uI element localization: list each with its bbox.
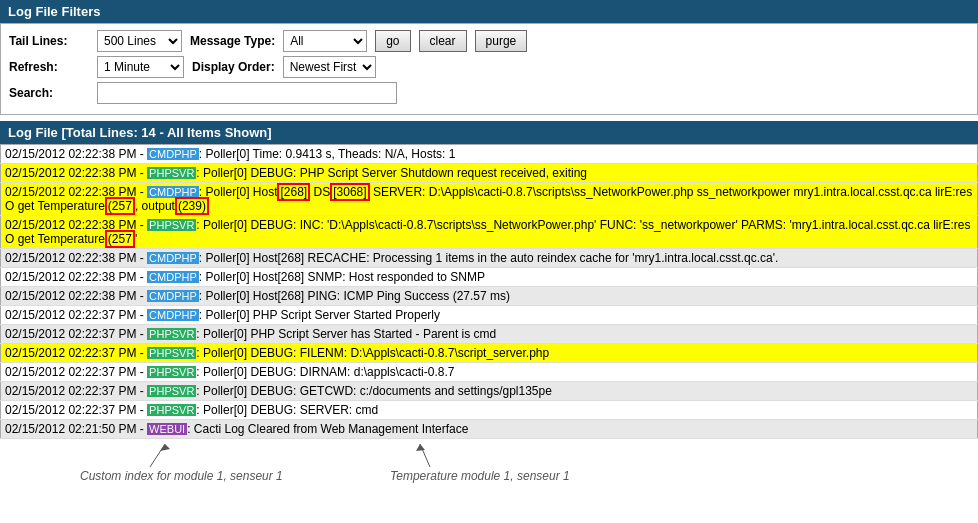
log-cell: 02/15/2012 02:22:37 PM - PHPSVR: Poller[… — [1, 401, 978, 420]
log-section: Log File [Total Lines: 14 - All Items Sh… — [0, 121, 978, 439]
log-row: 02/15/2012 02:22:38 PM - CMDPHP: Poller[… — [1, 287, 978, 306]
display-order-label: Display Order: — [192, 60, 275, 74]
panel-header: Log File Filters — [0, 0, 978, 23]
svg-marker-3 — [416, 444, 425, 451]
log-header-text: Log File [Total Lines: 14 - All Items Sh… — [8, 125, 272, 140]
message-type-label: Message Type: — [190, 34, 275, 48]
go-button[interactable]: go — [375, 30, 410, 52]
filter-row-2: Refresh: 1 Minute 2 Minutes 5 Minutes 10… — [9, 56, 969, 78]
log-header: Log File [Total Lines: 14 - All Items Sh… — [0, 121, 978, 144]
search-input[interactable] — [97, 82, 397, 104]
filters-section: Tail Lines: 500 Lines 100 Lines 250 Line… — [0, 23, 978, 115]
filter-row-3: Search: — [9, 82, 969, 104]
log-row: 02/15/2012 02:22:37 PM - PHPSVR: Poller[… — [1, 344, 978, 363]
log-cell: 02/15/2012 02:22:38 PM - PHPSVR: Poller[… — [1, 164, 978, 183]
log-cell: 02/15/2012 02:22:38 PM - CMDPHP: Poller[… — [1, 268, 978, 287]
log-row: 02/15/2012 02:22:38 PM - PHPSVR: Poller[… — [1, 216, 978, 249]
log-cell: 02/15/2012 02:22:38 PM - CMDPHP: Poller[… — [1, 183, 978, 216]
log-row: 02/15/2012 02:22:37 PM - PHPSVR: Poller[… — [1, 401, 978, 420]
clear-button[interactable]: clear — [419, 30, 467, 52]
log-cell: 02/15/2012 02:22:37 PM - PHPSVR: Poller[… — [1, 382, 978, 401]
svg-marker-1 — [160, 444, 170, 451]
display-order-select[interactable]: Newest First Oldest First — [283, 56, 376, 78]
log-cell: 02/15/2012 02:22:38 PM - CMDPHP: Poller[… — [1, 249, 978, 268]
panel-title: Log File Filters — [8, 4, 100, 19]
log-row: 02/15/2012 02:22:37 PM - PHPSVR: Poller[… — [1, 325, 978, 344]
log-row: 02/15/2012 02:22:37 PM - CMDPHP: Poller[… — [1, 306, 978, 325]
refresh-label: Refresh: — [9, 60, 89, 74]
annotation-arrows — [0, 439, 978, 509]
log-cell: 02/15/2012 02:22:37 PM - CMDPHP: Poller[… — [1, 306, 978, 325]
log-row: 02/15/2012 02:22:38 PM - CMDPHP: Poller[… — [1, 183, 978, 216]
main-container: Log File Filters Tail Lines: 500 Lines 1… — [0, 0, 978, 509]
tail-lines-label: Tail Lines: — [9, 34, 89, 48]
log-row: 02/15/2012 02:22:38 PM - CMDPHP: Poller[… — [1, 268, 978, 287]
purge-button[interactable]: purge — [475, 30, 528, 52]
log-cell: 02/15/2012 02:22:37 PM - PHPSVR: Poller[… — [1, 325, 978, 344]
log-row: 02/15/2012 02:21:50 PM - WEBUI: Cacti Lo… — [1, 420, 978, 439]
search-label: Search: — [9, 86, 89, 100]
log-row: 02/15/2012 02:22:37 PM - PHPSVR: Poller[… — [1, 363, 978, 382]
log-row: 02/15/2012 02:22:38 PM - PHPSVR: Poller[… — [1, 164, 978, 183]
refresh-select[interactable]: 1 Minute 2 Minutes 5 Minutes 10 Minutes … — [97, 56, 184, 78]
log-table: 02/15/2012 02:22:38 PM - CMDPHP: Poller[… — [0, 144, 978, 439]
log-row: 02/15/2012 02:22:38 PM - CMDPHP: Poller[… — [1, 249, 978, 268]
filter-row-1: Tail Lines: 500 Lines 100 Lines 250 Line… — [9, 30, 969, 52]
log-cell: 02/15/2012 02:22:38 PM - PHPSVR: Poller[… — [1, 216, 978, 249]
annotation-area: Custom index for module 1, senseur 1 Tem… — [0, 439, 978, 509]
log-cell: 02/15/2012 02:22:37 PM - PHPSVR: Poller[… — [1, 344, 978, 363]
log-row: 02/15/2012 02:22:38 PM - CMDPHP: Poller[… — [1, 145, 978, 164]
message-type-select[interactable]: All DEBUG WARNING ERROR CRITICAL — [283, 30, 367, 52]
log-cell: 02/15/2012 02:22:38 PM - CMDPHP: Poller[… — [1, 145, 978, 164]
tail-lines-select[interactable]: 500 Lines 100 Lines 250 Lines 1000 Lines… — [97, 30, 182, 52]
log-row: 02/15/2012 02:22:37 PM - PHPSVR: Poller[… — [1, 382, 978, 401]
log-cell: 02/15/2012 02:22:38 PM - CMDPHP: Poller[… — [1, 287, 978, 306]
log-cell: 02/15/2012 02:21:50 PM - WEBUI: Cacti Lo… — [1, 420, 978, 439]
log-cell: 02/15/2012 02:22:37 PM - PHPSVR: Poller[… — [1, 363, 978, 382]
